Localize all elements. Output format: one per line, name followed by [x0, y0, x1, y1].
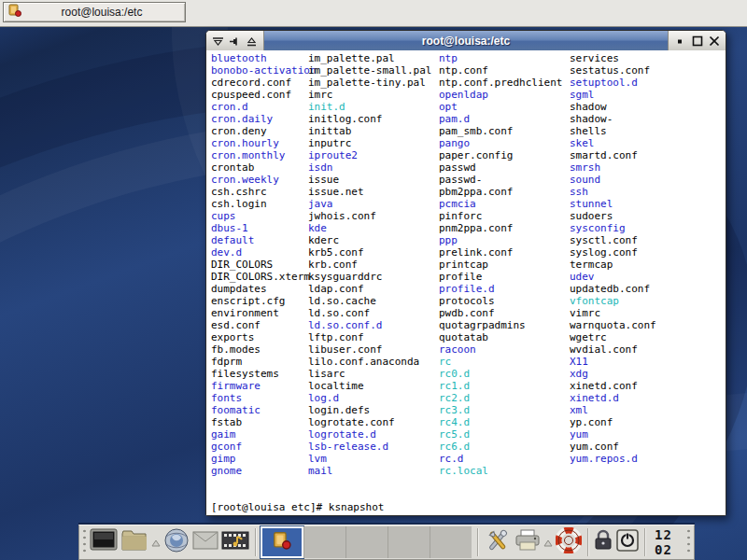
web-browser-button[interactable]: [163, 526, 190, 558]
taskbar-active-task[interactable]: [261, 526, 303, 558]
file-entry: pnm2ppa.conf: [439, 222, 562, 234]
file-entry: inittab: [308, 125, 431, 137]
file-entry: csh.login: [211, 198, 317, 210]
file-entry: ntp: [439, 52, 562, 64]
maximize-button[interactable]: [691, 35, 703, 47]
help-lifesaver-icon: [556, 527, 582, 557]
file-entry: cups: [211, 210, 317, 222]
panel-clock[interactable]: 12 02: [651, 527, 684, 557]
file-entry: bonobo-activation: [211, 64, 317, 77]
close-button[interactable]: [708, 35, 720, 47]
window-title: root@louisa:/etc: [422, 35, 510, 48]
file-entry: sound: [570, 174, 656, 186]
file-entry: gimp: [211, 453, 317, 465]
panel-handle-right[interactable]: [686, 528, 691, 556]
printer-menu-arrow[interactable]: [543, 526, 553, 558]
file-entry: paper.config: [439, 149, 562, 161]
printer-button[interactable]: [514, 526, 541, 558]
file-entry: ntp.conf.predhclient: [439, 77, 562, 89]
file-entry: rc1.d: [439, 380, 562, 392]
titlebar-left-buttons: [206, 31, 264, 50]
file-entry: sgml: [570, 89, 656, 101]
file-entry: termcap: [570, 259, 656, 271]
file-entry: filesystems: [211, 368, 317, 380]
file-entry: vimrc: [570, 307, 656, 319]
file-entry: mail: [308, 465, 431, 477]
multimedia-film-icon: [221, 529, 249, 555]
panel-separator: [255, 528, 256, 556]
file-entry: wvdial.conf: [570, 343, 656, 356]
file-entry: ppp: [439, 234, 562, 246]
file-entry: log.d: [308, 392, 431, 404]
shade-icon[interactable]: [212, 35, 224, 47]
file-entry: sudoers: [570, 210, 656, 222]
file-entry: rc4.d: [439, 416, 562, 428]
file-entry: rc.local: [439, 465, 562, 477]
mail-button[interactable]: [192, 526, 218, 558]
lock-screen-button[interactable]: [593, 526, 613, 558]
terminal-window: root@louisa:/etc bluetoothbonobo-activat…: [205, 30, 726, 516]
file-entry: dbus-1: [211, 222, 317, 234]
titlebar-title-area[interactable]: root@louisa:/etc: [264, 31, 668, 50]
file-entry: ksysguarddrc: [308, 271, 431, 283]
file-entry: kderc: [308, 234, 431, 246]
file-entry: java: [308, 198, 431, 210]
terminal-launcher-button[interactable]: [90, 526, 118, 558]
file-entry: ntp.conf: [439, 64, 562, 77]
eject-icon[interactable]: [246, 35, 258, 47]
minimize-button[interactable]: [674, 35, 686, 47]
arrow-up-icon: [151, 534, 161, 551]
file-entry: krb.conf: [308, 259, 431, 271]
file-entry: shells: [570, 125, 656, 137]
file-entry: profile.d: [439, 283, 562, 295]
multimedia-button[interactable]: [221, 526, 249, 558]
file-entry: printcap: [439, 259, 562, 271]
file-entry: lilo.conf.anaconda: [308, 356, 431, 368]
file-list-column: bluetoothbonobo-activationcdrecord.confc…: [211, 52, 317, 477]
file-entry: exports: [211, 331, 317, 343]
file-entry: cron.daily: [211, 113, 317, 125]
panel-handle-left[interactable]: [82, 528, 87, 556]
home-folder-button[interactable]: [120, 526, 148, 558]
file-entry: ld.so.cache: [308, 295, 431, 307]
file-entry: gaim: [211, 428, 317, 441]
file-entry: yum: [570, 428, 656, 441]
konsole-icon: [7, 3, 22, 21]
file-entry: X11: [570, 356, 656, 368]
panel-separator: [477, 528, 478, 556]
mail-envelope-icon: [192, 531, 218, 553]
file-entry: rc: [439, 356, 562, 368]
utilities-button[interactable]: [484, 526, 512, 558]
launcher-menu-arrow[interactable]: [151, 526, 161, 558]
help-button[interactable]: [556, 526, 582, 558]
file-entry: shadow-: [570, 113, 656, 125]
home-folder-icon: [120, 528, 148, 556]
file-entry: cron.d: [211, 101, 317, 113]
window-titlebar[interactable]: root@louisa:/etc: [206, 31, 726, 50]
file-entry: ld.so.conf: [308, 307, 431, 319]
file-entry: enscript.cfg: [211, 295, 317, 307]
file-entry: cdrecord.conf: [211, 77, 317, 89]
file-entry: cron.weekly: [211, 174, 317, 186]
file-entry: iproute2: [308, 149, 431, 161]
file-entry: im_palette-small.pal: [308, 64, 431, 77]
file-entry: syslog.conf: [570, 246, 656, 259]
file-entry: logrotate.d: [308, 428, 431, 441]
terminal-screen[interactable]: bluetoothbonobo-activationcdrecord.confc…: [206, 50, 726, 515]
file-entry: ssh: [570, 186, 656, 198]
file-entry: environment: [211, 307, 317, 319]
file-entry: xinetd.d: [570, 392, 656, 404]
file-entry: cron.monthly: [211, 149, 317, 161]
taskbar-empty-slot: [388, 526, 430, 558]
prompt-line: [root@louisa etc]# ksnapshot: [211, 501, 384, 513]
file-entry: racoon: [439, 343, 562, 356]
taskbar-window-button[interactable]: root@louisa:/etc: [3, 2, 186, 22]
file-entry: gconf: [211, 441, 317, 453]
logout-button[interactable]: [616, 526, 639, 558]
file-entry: bluetooth: [211, 52, 317, 64]
taskbar-window-label: root@louisa:/etc: [22, 6, 181, 19]
file-entry: logrotate.conf: [308, 416, 431, 428]
file-entry: issue.net: [308, 186, 431, 198]
file-entry: cpuspeed.conf: [211, 89, 317, 101]
pin-icon[interactable]: [229, 35, 241, 47]
